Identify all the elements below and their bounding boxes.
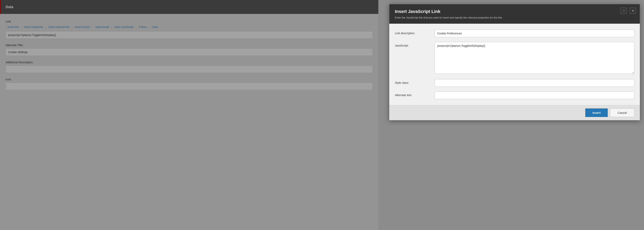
alternate-text-input-wrapper [435,91,634,99]
insert-javascript-link-modal: Insert JavaScript Link Enter the JavaScr… [389,4,640,120]
alternate-text-input[interactable] [435,91,634,99]
style-class-input-wrapper [435,79,634,87]
alternate-text-label: Alternate text: [395,91,431,97]
cancel-button[interactable]: Cancel [610,108,634,117]
javascript-textarea[interactable] [435,42,634,74]
style-class-input[interactable] [435,79,634,87]
javascript-row: JavaScript: [395,42,634,74]
modal-title: Insert JavaScript Link [395,9,634,14]
modal-subtitle: Enter the JavaScript link that you want … [395,16,514,20]
link-description-input[interactable] [435,30,634,37]
alternate-text-row: Alternate text: [395,91,634,99]
modal-header-actions: □ ✕ [621,8,636,14]
javascript-label: JavaScript: [395,42,431,47]
javascript-input-wrapper [435,42,634,74]
modal-body: Link description: JavaScript: Style clas… [389,24,640,105]
modal-header: Insert JavaScript Link Enter the JavaScr… [389,4,640,24]
style-class-row: Style class: [395,79,634,87]
insert-button[interactable]: Insert [585,108,608,117]
link-description-row: Link description: [395,30,634,37]
modal-footer: Insert Cancel [389,105,640,120]
link-description-label: Link description: [395,30,431,35]
maximize-button[interactable]: □ [621,8,627,14]
close-button[interactable]: ✕ [630,8,636,14]
style-class-label: Style class: [395,79,431,84]
link-description-input-wrapper [435,30,634,37]
